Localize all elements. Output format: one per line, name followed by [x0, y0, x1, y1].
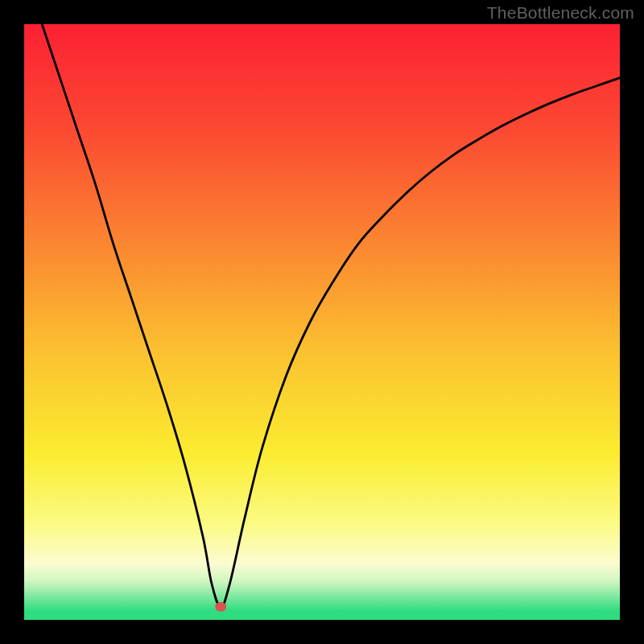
- marker-dot: [215, 602, 226, 612]
- plot-background: [24, 24, 620, 620]
- chart-svg: [0, 0, 644, 644]
- watermark-text: TheBottleneck.com: [487, 3, 634, 23]
- chart-container: TheBottleneck.com: [0, 0, 644, 644]
